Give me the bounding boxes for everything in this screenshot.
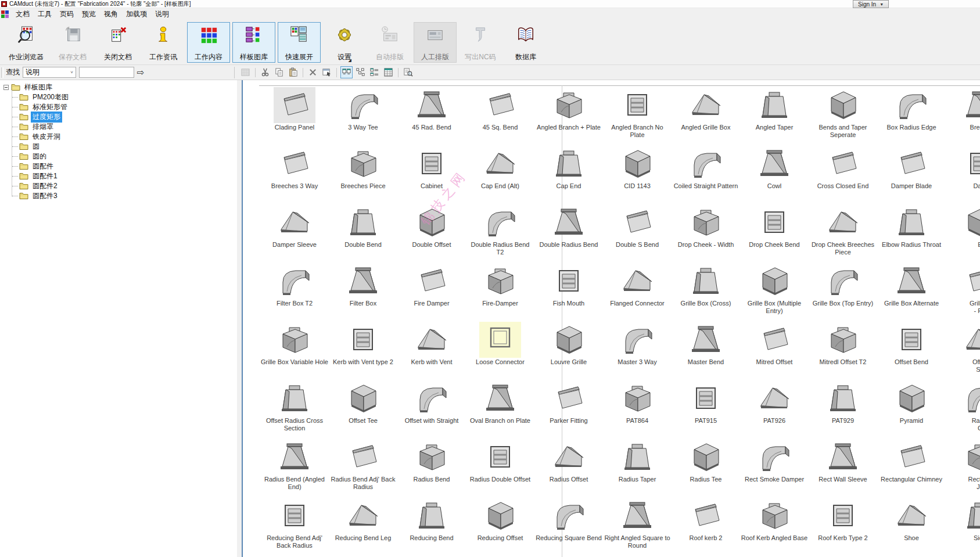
toolbar-button-自动排版[interactable]: 自动排版 — [368, 22, 411, 63]
view-large-icons-icon[interactable] — [340, 66, 353, 78]
library-item-drop-cheek-bend[interactable]: Drop Cheek Bend — [740, 204, 809, 263]
view-small-icons-icon[interactable] — [354, 66, 367, 78]
library-item-offset-tee[interactable]: Offset Tee — [329, 380, 397, 439]
library-item-pat926[interactable]: PAT926 — [740, 380, 809, 439]
tree-item-标准矩形管[interactable]: 标准矩形管 — [6, 102, 237, 112]
tree-item-PM200老图[interactable]: PM200老图 — [6, 92, 237, 102]
library-item-breeches-piece[interactable]: Breeches Piece — [329, 146, 397, 204]
tree-item-圆的[interactable]: 圆的 — [6, 152, 237, 161]
copy-icon[interactable] — [273, 66, 285, 78]
menu-item-加载项[interactable]: 加载项 — [122, 8, 151, 20]
library-item-reducing-bend-adj'-back-radius[interactable]: Reducing Bend Adj' Back Radius — [260, 498, 329, 556]
library-item-dam[interactable]: Dam — [946, 146, 980, 204]
library-item-right-angled-square-to-round[interactable]: Right Angled Square to Round — [603, 498, 672, 556]
collapse-icon[interactable] — [3, 85, 9, 90]
library-item-offset-with-straight[interactable]: Offset with Straight — [397, 380, 466, 439]
search-field-select[interactable]: 说明 ˅ — [23, 67, 76, 78]
library-item-radius-bend-(angled-end)[interactable]: Radius Bend (Angled End) — [260, 439, 329, 498]
library-item-pat864[interactable]: PAT864 — [603, 380, 672, 439]
library-item-kerb-with-vent-type-2[interactable]: Kerb with Vent type 2 — [329, 322, 397, 380]
library-item-radiu-c[interactable]: Radiu C — [946, 380, 980, 439]
library-item-radius-bend-adj'-back-radius[interactable]: Radius Bend Adj' Back Radius — [329, 439, 397, 498]
paste-icon[interactable] — [287, 66, 299, 78]
search-go-button[interactable]: ⇨ — [134, 67, 147, 78]
library-item-angled-taper[interactable]: Angled Taper — [740, 87, 809, 146]
library-item-oval-branch-on-plate[interactable]: Oval Branch on Plate — [466, 380, 534, 439]
library-item-damper-blade[interactable]: Damper Blade — [877, 146, 946, 204]
library-item-drop-cheek---width[interactable]: Drop Cheek - Width — [672, 204, 740, 263]
library-item-45-rad.-bend[interactable]: 45 Rad. Bend — [397, 87, 466, 146]
library-item-double-offset[interactable]: Double Offset — [397, 204, 466, 263]
library-item-rect-smoke-damper[interactable]: Rect Smoke Damper — [740, 439, 809, 498]
library-item-mitred-offset[interactable]: Mitred Offset — [740, 322, 809, 380]
library-item-fire-damper[interactable]: Fire-Damper — [466, 263, 534, 322]
library-item-coiled-straight-pattern[interactable]: Coiled Straight Pattern — [672, 146, 740, 204]
library-item-roof-kerb-2[interactable]: Roof kerb 2 — [672, 498, 740, 556]
library-item-double-radius-bend[interactable]: Double Radius Bend — [534, 204, 603, 263]
library-item-double-radius-bend-t2[interactable]: Double Radius Bend T2 — [466, 204, 534, 263]
library-item-offset-bend[interactable]: Offset Bend — [877, 322, 946, 380]
toolbar-button-工作资讯[interactable]: 工作资讯 — [142, 22, 185, 63]
library-item-angled-branch-+-plate[interactable]: Angled Branch + Plate — [534, 87, 603, 146]
menu-item-说明[interactable]: 说明 — [151, 8, 173, 20]
search-input[interactable] — [79, 67, 134, 78]
menu-item-工具[interactable]: 工具 — [34, 8, 56, 20]
toolbar-button-设置[interactable]: 设置◢ — [323, 22, 366, 63]
menu-item-视角[interactable]: 视角 — [100, 8, 122, 20]
library-item-grille-box-alternate[interactable]: Grille Box Alternate — [877, 263, 946, 322]
toolbar-button-人工排版[interactable]: 人工排版 — [414, 22, 457, 63]
library-item-rect-wall-sleeve[interactable]: Rect Wall Sleeve — [809, 439, 877, 498]
delete-icon[interactable] — [307, 66, 319, 78]
library-item-parker-fitting[interactable]: Parker Fitting — [534, 380, 603, 439]
tree-item-圆配件2[interactable]: 圆配件2 — [6, 181, 237, 191]
preview-icon[interactable] — [402, 66, 414, 78]
library-item-double-s-bend[interactable]: Double S Bend — [603, 204, 672, 263]
dropdown-caret-icon[interactable]: ◢ — [349, 58, 351, 63]
view-list-icon[interactable] — [368, 66, 380, 78]
library-item-pyramid[interactable]: Pyramid — [877, 380, 946, 439]
library-item-cowl[interactable]: Cowl — [740, 146, 809, 204]
library-item-reducing-square-bend[interactable]: Reducing Square Bend — [534, 498, 603, 556]
library-item-bends-and-taper-seperate[interactable]: Bends and Taper Seperate — [809, 87, 877, 146]
library-item-45-sq.-bend[interactable]: 45 Sq. Bend — [466, 87, 534, 146]
library-item-louvre-grille[interactable]: Louvre Grille — [534, 322, 603, 380]
toolbar-button-工作内容[interactable]: 工作内容 — [187, 22, 230, 63]
tree-item-铁皮开洞[interactable]: 铁皮开洞 — [6, 132, 237, 142]
menu-item-文档[interactable]: 文档 — [12, 8, 34, 20]
tree-item-圆配件1[interactable]: 圆配件1 — [6, 171, 237, 181]
toolbar-button-关闭文档[interactable]: 关闭文档 — [96, 22, 139, 63]
library-item-elbow-radius-throat[interactable]: Elbow Radius Throat — [877, 204, 946, 263]
library-item-rectangular-chimney[interactable]: Rectangular Chimney — [877, 439, 946, 498]
library-item-reducing-bend[interactable]: Reducing Bend — [397, 498, 466, 556]
library-item-radius-double-offset[interactable]: Radius Double Offset — [466, 439, 534, 498]
menu-item-页码[interactable]: 页码 — [56, 8, 78, 20]
tree-item-圆配件3[interactable]: 圆配件3 — [6, 191, 237, 201]
menu-item-预览[interactable]: 预览 — [78, 8, 100, 20]
library-item-angled-branch-no-plate[interactable]: Angled Branch No Plate — [603, 87, 672, 146]
library-item-grille-b---rn[interactable]: Grille B - Rn — [946, 263, 980, 322]
tree-item-圆配件[interactable]: 圆配件 — [6, 161, 237, 171]
library-item-roof-kerb-type-2[interactable]: Roof Kerb Type 2 — [809, 498, 877, 556]
library-item-reducing-bend-leg[interactable]: Reducing Bend Leg — [329, 498, 397, 556]
panel-splitter[interactable] — [237, 80, 242, 557]
library-item-filter-box-t2[interactable]: Filter Box T2 — [260, 263, 329, 322]
library-item-breeches-3-way[interactable]: Breeches 3 Way — [260, 146, 329, 204]
library-item-master-bend[interactable]: Master Bend — [672, 322, 740, 380]
library-item-box-radius-edge[interactable]: Box Radius Edge — [877, 87, 946, 146]
tree-root-library[interactable]: 样板图库 — [2, 82, 237, 92]
library-item-loose-connector[interactable]: Loose Connector — [466, 322, 534, 380]
library-item-offset-radius-cross-section[interactable]: Offset Radius Cross Section — [260, 380, 329, 439]
sign-in-button[interactable]: Sign In ▼ — [853, 0, 889, 8]
library-item-grille-box-(cross)[interactable]: Grille Box (Cross) — [672, 263, 740, 322]
library-item-reducing-offset[interactable]: Reducing Offset — [466, 498, 534, 556]
library-item-kerb-with-vent[interactable]: Kerb with Vent — [397, 322, 466, 380]
library-item-roof-kerb-angled-base[interactable]: Roof Kerb Angled Base — [740, 498, 809, 556]
library-item-radius-bend[interactable]: Radius Bend — [397, 439, 466, 498]
toolbar-button-数据库[interactable]: 数据库 — [504, 22, 547, 63]
library-item-cabinet[interactable]: Cabinet — [397, 146, 466, 204]
library-item-grille-box-(top-entry)[interactable]: Grille Box (Top Entry) — [809, 263, 877, 322]
cut-icon[interactable] — [259, 66, 271, 78]
library-item-master-3-way[interactable]: Master 3 Way — [603, 322, 672, 380]
tree-item-过度矩形[interactable]: 过度矩形 — [6, 112, 237, 122]
library-item-grille-box-variable-hole[interactable]: Grille Box Variable Hole — [260, 322, 329, 380]
